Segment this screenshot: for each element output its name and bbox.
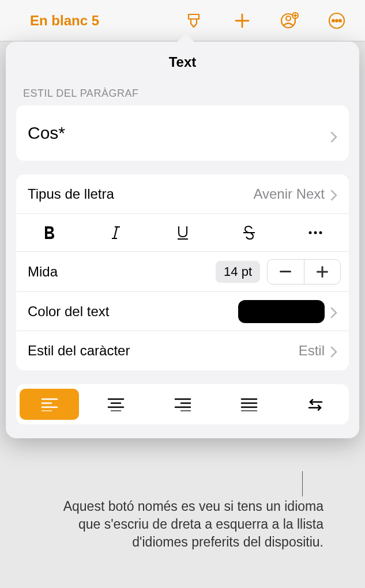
size-value[interactable]: 14 pt xyxy=(216,261,260,283)
character-style-label: Estil del caràcter xyxy=(28,343,299,359)
chevron-right-icon xyxy=(330,127,337,139)
svg-point-17 xyxy=(314,231,317,234)
size-increase-button[interactable] xyxy=(304,260,341,284)
align-center-button[interactable] xyxy=(86,389,145,420)
text-style-row xyxy=(16,214,349,252)
svg-line-13 xyxy=(114,227,117,238)
character-style-row[interactable]: Estil del caràcter Estil xyxy=(16,331,349,370)
svg-point-16 xyxy=(309,231,312,234)
insert-plus-icon[interactable] xyxy=(232,11,252,31)
popover-title: Text xyxy=(6,41,359,82)
text-color-label: Color del text xyxy=(28,304,238,320)
character-style-value: Estil xyxy=(299,343,325,359)
svg-rect-21 xyxy=(317,271,328,272)
more-circle-icon[interactable] xyxy=(327,11,347,31)
font-value: Avenir Next xyxy=(253,186,325,202)
paragraph-style-card: Cos* xyxy=(16,105,349,161)
size-stepper xyxy=(267,259,341,284)
size-decrease-button[interactable] xyxy=(268,260,304,284)
align-justify-button[interactable] xyxy=(219,389,279,420)
collaborate-icon[interactable] xyxy=(280,11,299,31)
text-format-card: Tipus de lletra Avenir Next xyxy=(16,174,349,370)
paragraph-style-value: Cos* xyxy=(28,123,330,143)
size-row: Mida 14 pt xyxy=(16,252,349,292)
strikethrough-button[interactable] xyxy=(216,214,282,251)
annotation-text: Aquest botó només es veu si tens un idio… xyxy=(52,498,323,551)
size-label: Mida xyxy=(28,264,216,280)
chevron-right-icon xyxy=(330,345,337,356)
paragraph-style-row[interactable]: Cos* xyxy=(16,105,349,161)
toolbar-actions xyxy=(185,11,347,31)
svg-point-18 xyxy=(319,231,322,234)
svg-point-10 xyxy=(339,20,341,22)
text-color-row[interactable]: Color del text xyxy=(16,292,349,331)
italic-button[interactable] xyxy=(82,214,149,251)
popover-caret xyxy=(176,33,195,43)
text-direction-button[interactable] xyxy=(286,389,345,420)
document-title[interactable]: En blanc 5 xyxy=(10,13,99,29)
svg-point-3 xyxy=(286,16,291,21)
svg-point-8 xyxy=(332,20,334,22)
align-right-button[interactable] xyxy=(153,389,212,420)
paragraph-style-section-label: ESTIL DEL PARÀGRAF xyxy=(6,82,359,105)
font-row[interactable]: Tipus de lletra Avenir Next xyxy=(16,174,349,214)
underline-button[interactable] xyxy=(149,214,216,251)
svg-point-9 xyxy=(336,20,338,22)
format-brush-icon[interactable] xyxy=(185,11,205,31)
bold-button[interactable] xyxy=(16,214,82,251)
chevron-right-icon xyxy=(330,306,337,317)
text-color-swatch xyxy=(238,300,325,323)
more-options-button[interactable] xyxy=(283,214,349,251)
format-popover: Text ESTIL DEL PARÀGRAF Cos* Tipus de ll… xyxy=(6,41,359,438)
align-left-button[interactable] xyxy=(20,389,79,420)
svg-rect-19 xyxy=(280,271,291,272)
alignment-card xyxy=(16,384,349,424)
chevron-right-icon xyxy=(330,188,337,200)
font-label: Tipus de lletra xyxy=(28,186,253,202)
annotation-leader-line xyxy=(302,471,303,496)
